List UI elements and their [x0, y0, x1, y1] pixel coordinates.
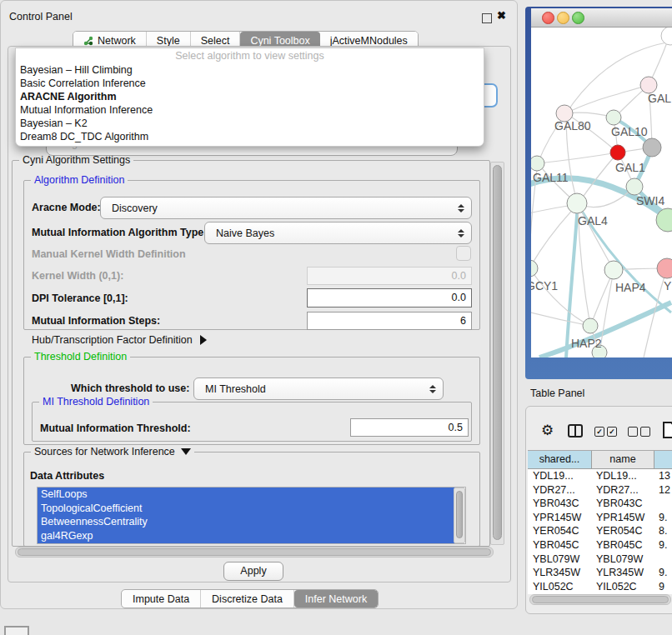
table-row[interactable]: YPR145W YPR145W 9. [528, 511, 672, 525]
mac-close-button[interactable] [542, 12, 554, 24]
list-item-gal4rgexp[interactable]: gal4RGexp [38, 529, 457, 543]
kernel-width-label: Kernel Width (0,1): [32, 270, 123, 282]
spinner-arrows-icon [457, 229, 464, 238]
node-gray[interactable] [643, 138, 661, 157]
algorithm-option-bayesian-k2[interactable]: Bayesian – K2 [16, 117, 484, 130]
tab-network-label: Network [98, 35, 136, 47]
node-swi4[interactable] [626, 178, 643, 195]
table-panel-title: Table Panel [530, 388, 584, 399]
popup-placeholder: Select algorithm to view settings [16, 49, 484, 63]
node-label-gal: GAL [648, 92, 671, 105]
mac-zoom-button[interactable] [572, 12, 584, 24]
collapse-arrow-icon[interactable] [181, 448, 191, 455]
node-gal10[interactable] [606, 110, 621, 125]
network-tab-icon [83, 36, 93, 46]
gear-icon[interactable]: ⚙ [541, 423, 554, 438]
table-row[interactable]: YDR27... YDR27... 12 [528, 483, 672, 498]
network-window-titlebar[interactable] [531, 8, 672, 28]
column-header-name[interactable]: name [592, 451, 654, 468]
algorithm-option-bayesian-hill[interactable]: Bayesian – Hill Climbing [16, 63, 484, 77]
hub-definition-label: Hub/Transcription Factor Definition [32, 334, 193, 346]
node-gal4[interactable] [567, 193, 587, 213]
settings-vertical-scrollbar[interactable] [490, 162, 504, 545]
table-row[interactable]: YBR045C YBR045C 9. [528, 538, 672, 552]
table-row[interactable]: YBR043C YBR043C [528, 497, 672, 511]
hub-definition-expander[interactable]: Hub/Transcription Factor Definition [32, 334, 207, 346]
node-hap2[interactable] [583, 318, 598, 333]
manual-kernel-checkbox[interactable] [456, 246, 471, 261]
dpi-tolerance-label: DPI Tolerance [0,1]: [32, 292, 128, 304]
which-threshold-value: MI Threshold [194, 383, 429, 395]
which-threshold-combobox[interactable]: MI Threshold [193, 378, 444, 400]
table-row[interactable]: YBL079W YBL079W [528, 552, 672, 567]
network-canvas[interactable]: GAL GAL80 GAL10 GAL1 GAL11 SWI4 GAL4 GCY… [531, 28, 672, 358]
node-gal11[interactable] [531, 156, 544, 171]
node-label-hap2: HAP2 [571, 337, 602, 350]
mi-threshold-group-title: MI Threshold Definition [39, 396, 153, 408]
node-gcy1[interactable] [531, 260, 538, 277]
list-item-selfloops[interactable]: SelfLoops [38, 488, 457, 502]
mac-minimize-button[interactable] [557, 12, 569, 24]
sources-group-title: Sources for Network Inference [31, 446, 194, 458]
network-view-window: GAL GAL80 GAL10 GAL1 GAL11 SWI4 GAL4 GCY… [525, 7, 672, 379]
tab-infer-network[interactable]: Infer Network [294, 590, 378, 608]
node-label-swi4: SWI4 [636, 194, 664, 208]
table-row[interactable]: YLR345W YLR345W 9. [528, 566, 672, 580]
control-panel-title: Control Panel [9, 11, 73, 22]
algorithm-option-basic-correlation[interactable]: Basic Correlation Inference [16, 77, 484, 90]
data-attributes-label: Data Attributes [30, 470, 104, 482]
aracne-mode-combobox[interactable]: Discovery [100, 197, 472, 219]
dpi-tolerance-field[interactable]: 0.0 [307, 288, 472, 308]
float-window-icon[interactable] [482, 13, 492, 23]
node-label-gal4: GAL4 [578, 214, 608, 228]
algorithm-definition-title: Algorithm Definition [31, 174, 128, 186]
node-salmon[interactable] [657, 258, 672, 278]
algorithm-option-mutual-information[interactable]: Mutual Information Inference [16, 103, 484, 117]
checked-checkbox-icon[interactable]: ✓ [594, 427, 604, 437]
column-header-partial[interactable] [654, 451, 672, 468]
list-item-betweennesscentrality[interactable]: BetweennessCentrality [38, 515, 457, 529]
node-label-gal10: GAL10 [611, 125, 648, 138]
document-icon[interactable] [662, 422, 672, 438]
spinner-arrows-icon [429, 385, 436, 393]
node-label-gal1: GAL1 [615, 161, 645, 174]
table-horizontal-scrollbar[interactable] [529, 594, 671, 605]
settings-horizontal-scrollbar[interactable] [15, 547, 494, 558]
node-gal1[interactable] [610, 145, 625, 160]
sources-group-title-text: Sources for Network Inference [34, 446, 175, 458]
mi-steps-label: Mutual Information Steps: [32, 315, 160, 327]
tab-discretize-data[interactable]: Discretize Data [201, 590, 294, 608]
spinner-arrows-icon [457, 204, 464, 212]
tab-impute-data[interactable]: Impute Data [122, 590, 201, 608]
checked-checkbox-icon[interactable]: ✓ [607, 427, 617, 437]
unchecked-checkbox-icon[interactable] [640, 427, 650, 437]
algorithm-option-aracne[interactable]: ARACNE Algorithm [16, 90, 484, 103]
node-label-gcy1: GCY1 [531, 279, 558, 292]
mi-type-combobox[interactable]: Naive Bayes [204, 222, 472, 244]
mi-threshold-field[interactable]: 0.5 [350, 418, 469, 437]
close-icon[interactable]: ✖ [497, 9, 506, 22]
minimized-panel-icon[interactable] [4, 626, 29, 635]
table-row[interactable]: YER054C YER054C 8. [528, 524, 672, 538]
table-row[interactable]: YDL19... YDL19... 13 [528, 469, 672, 483]
apply-button[interactable]: Apply [223, 562, 283, 581]
expand-arrow-icon [200, 335, 207, 345]
table-row[interactable]: YIL052C YIL052C 9 [528, 580, 672, 594]
node-gal-pink[interactable] [640, 77, 657, 93]
node-label-hap4: HAP4 [615, 281, 646, 294]
mi-steps-field[interactable]: 6 [307, 312, 472, 330]
list-vertical-scrollbar[interactable] [454, 488, 465, 543]
aracne-mode-value: Discovery [101, 202, 457, 214]
algorithm-option-dream8[interactable]: Dream8 DC_TDC Algorithm [16, 130, 484, 143]
unchecked-checkbox-icon[interactable] [628, 427, 638, 437]
split-columns-icon[interactable] [568, 424, 583, 438]
cyni-bottom-tabbar: Impute Data Discretize Data Infer Networ… [121, 589, 379, 608]
node-hap4[interactable] [604, 261, 623, 279]
table-header-row: shared... name [528, 451, 672, 469]
column-header-shared[interactable]: shared... [528, 451, 592, 468]
manual-kernel-label: Manual Kernel Width Definition [32, 248, 186, 260]
node-label-gal11: GAL11 [533, 171, 569, 184]
node-unlabeled-top[interactable] [661, 28, 672, 45]
kernel-width-field[interactable]: 0.0 [307, 267, 472, 285]
list-item-topologicalcoefficient[interactable]: TopologicalCoefficient [38, 502, 457, 516]
